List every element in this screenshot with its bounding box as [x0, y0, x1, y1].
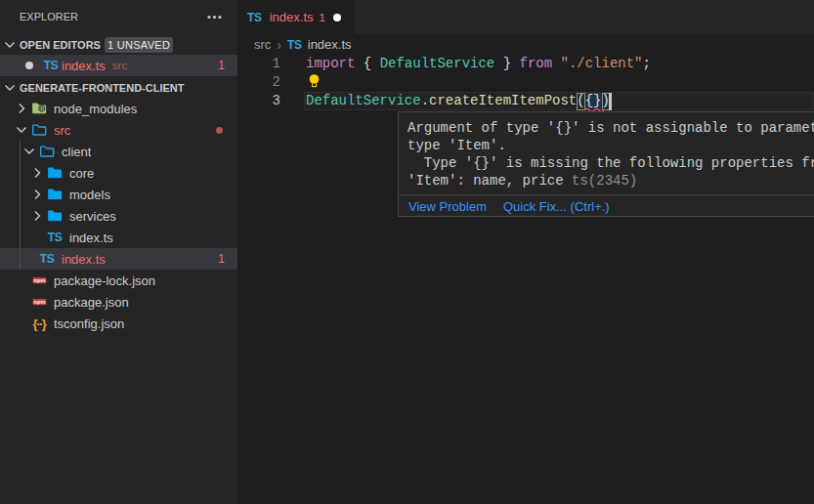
svg-text:npm: npm	[33, 277, 45, 283]
svg-text:npm: npm	[33, 299, 45, 305]
